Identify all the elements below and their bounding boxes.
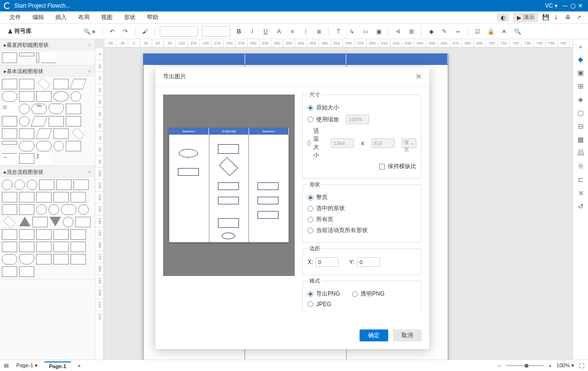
collapse-right-icon[interactable]: « [575,41,587,53]
shape-item[interactable] [19,141,34,151]
shape-item[interactable] [2,192,17,202]
outline-panel-icon[interactable]: ▢ [575,107,587,118]
shape-item[interactable] [19,229,34,240]
section-basic-flowchart[interactable]: ▸ 基本流程图形状× [0,65,95,77]
shape-item[interactable] [53,91,69,102]
image-icon[interactable]: ▣ [373,26,384,37]
clip-panel-icon[interactable]: ⎘ [575,160,587,172]
shape-item[interactable] [72,127,85,140]
close-section-icon[interactable]: × [88,42,91,48]
style-panel-icon[interactable]: ◆ [575,53,587,65]
shape-item[interactable] [14,180,25,190]
shape-item[interactable] [35,128,52,139]
minimize-icon[interactable]: — [561,2,569,10]
grid-panel-icon[interactable]: ⊞ [575,80,587,92]
shape-item[interactable] [19,116,30,127]
text-tool-icon[interactable]: T [333,26,344,37]
shape-item[interactable]: → [2,153,17,164]
shape-item[interactable] [71,229,86,240]
user-menu[interactable]: VC ▾ [545,2,557,9]
undo-icon[interactable]: ↶ [106,26,118,37]
line-style-icon[interactable]: ═ [452,26,464,37]
font-family-dropdown[interactable] [160,26,198,37]
shape-item[interactable] [63,217,73,227]
shape-item[interactable] [36,53,39,63]
shape-item[interactable] [66,104,81,114]
shape-item[interactable] [75,217,91,227]
tools-icon[interactable]: ✕ [498,26,510,37]
shape-item[interactable] [36,192,52,202]
shape-item[interactable] [3,216,16,229]
data-panel-icon[interactable]: ⊟ [575,120,587,132]
line-list-icon[interactable]: ≣ [313,26,325,37]
shape-item[interactable] [31,116,47,127]
shape-item[interactable] [2,242,17,252]
add-page-button[interactable]: + [73,362,85,370]
zoom-level[interactable]: 100% ▾ [557,362,574,369]
maximize-icon[interactable]: ▢ [569,2,577,10]
radio-whole-page[interactable] [308,195,313,201]
shape-item[interactable] [2,266,17,277]
font-color-icon[interactable]: A [273,26,285,37]
radio-current-page-shapes[interactable] [308,228,313,233]
radio-all-pages[interactable] [308,217,313,223]
ok-button[interactable]: 确定 [360,329,388,341]
shape-item[interactable] [36,91,52,102]
shape-item[interactable] [53,128,69,139]
shape-item[interactable] [53,141,64,151]
zoom-in-icon[interactable]: + [548,363,551,369]
shape-item[interactable] [53,79,69,89]
indent-panel-icon[interactable]: ⊏ [575,174,587,185]
keep-aspect-checkbox[interactable] [379,164,385,170]
shape-item[interactable] [2,229,17,240]
shuffle-icon[interactable]: ⤨ [575,187,587,199]
bold-icon[interactable]: B [233,26,245,37]
shape-item[interactable] [49,104,64,114]
history-icon[interactable]: ↺ [575,201,587,212]
shape-item[interactable] [71,192,86,202]
shape-item[interactable] [53,229,69,240]
shape-item[interactable] [36,254,52,265]
shape-item[interactable] [19,153,34,164]
shape-item[interactable] [19,254,34,265]
menu-help[interactable]: 帮助 [141,13,164,21]
shape-item[interactable] [19,79,34,89]
attachments-panel-icon[interactable]: 品 [575,147,587,159]
close-section-icon[interactable]: × [88,169,91,175]
shape-item[interactable] [19,266,34,277]
radio-original-size[interactable] [308,105,313,111]
shape-item[interactable] [36,229,52,240]
shape-item[interactable] [2,116,17,127]
margin-y-input[interactable] [357,257,380,267]
save-icon[interactable]: 💾 [542,14,550,21]
theme-toggle[interactable]: ◐ [497,13,509,22]
shape-item[interactable] [19,192,34,202]
menu-layout[interactable]: 布局 [72,13,95,21]
shape-item[interactable] [19,204,34,215]
shape-item[interactable] [36,204,47,215]
menu-insert[interactable]: 插入 [50,13,72,21]
redo-icon[interactable]: ↷ [120,26,131,37]
fill-color-icon[interactable]: ◆ [425,26,437,37]
shape-item[interactable] [2,141,17,145]
image-panel-icon[interactable]: ▣ [575,67,587,78]
page-list-icon[interactable]: ▤ [4,362,9,369]
radio-transparent-png[interactable] [352,291,358,297]
shape-item[interactable] [41,53,56,63]
shape-item[interactable] [71,254,86,265]
menu-shape[interactable]: 形状 [118,13,141,21]
connector-icon[interactable]: ↳ [346,26,358,37]
shape-item[interactable] [19,217,31,226]
page-dropdown[interactable]: Page-1 ▾ [11,361,42,370]
shape-item[interactable] [78,204,89,215]
shape-item[interactable] [70,79,86,89]
shape-item[interactable] [36,242,52,252]
shape-item[interactable] [36,141,52,151]
shape-item[interactable]: ⤴ [36,153,52,164]
menu-view[interactable]: 视图 [95,13,118,21]
shape-item[interactable]: Yes [31,104,47,114]
checkbox-icon[interactable]: ☑ [472,26,483,37]
shape-item[interactable] [27,180,37,190]
shape-item[interactable] [66,116,81,127]
shape-item[interactable] [2,79,17,89]
